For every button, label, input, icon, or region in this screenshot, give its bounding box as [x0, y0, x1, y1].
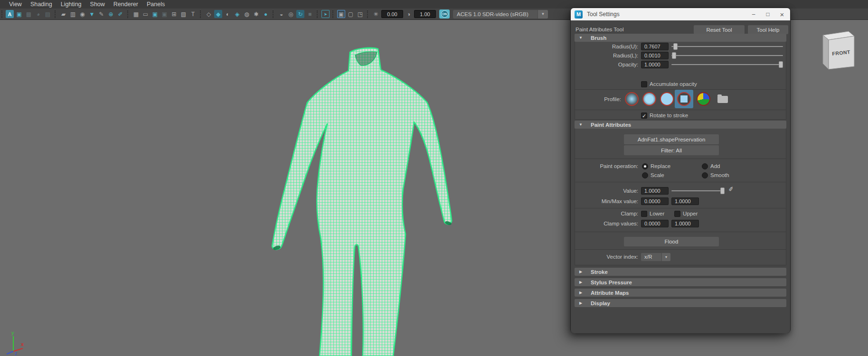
smooth-shade-mode-icon[interactable]: ◆ [214, 10, 222, 18]
default-light-icon[interactable]: ✱ [252, 10, 260, 18]
resolution-gate-icon[interactable]: ▣ [151, 10, 159, 18]
bookmark-icon[interactable]: ▼ [88, 10, 96, 18]
color-sphere-icon[interactable]: ◕ [34, 10, 42, 18]
radius-u-slider[interactable] [671, 43, 783, 50]
value-slider-handle[interactable] [720, 187, 725, 194]
menu-shading[interactable]: Shading [26, 1, 57, 8]
reset-tool-button[interactable]: Reset Tool [694, 25, 745, 34]
radius-l-slider-handle[interactable] [672, 52, 676, 59]
display-section-header[interactable]: ▶ Display [575, 299, 786, 307]
isolate-select-icon[interactable]: ➤ [321, 10, 330, 18]
motion-blur-icon[interactable]: ◎ [287, 10, 295, 18]
safe-action-icon[interactable]: ▧ [179, 10, 188, 18]
layer-stack-icon[interactable]: ▩ [25, 10, 33, 18]
scale-radio[interactable] [642, 172, 648, 178]
radius-u-slider-track[interactable] [671, 46, 783, 47]
film-gate-icon[interactable]: ▭ [142, 10, 150, 18]
paint-attributes-section-header[interactable]: ▼ Paint Attributes [575, 121, 786, 129]
brush-profile-square-icon[interactable] [677, 92, 691, 106]
toolbar-grip[interactable] [1, 10, 3, 18]
browse-profile-folder-icon[interactable] [717, 96, 728, 103]
wireframe-on-shaded-icon[interactable]: ◐ [224, 10, 232, 18]
clamp-max-field[interactable]: 1.0000 [671, 220, 699, 227]
attribute-select-button[interactable]: AdnFat1.shapePreservation [624, 134, 719, 144]
opacity-slider[interactable] [671, 61, 783, 68]
textured-mode-icon[interactable]: ◈ [233, 10, 241, 18]
clamp-min-field[interactable]: 0.0000 [641, 220, 669, 227]
close-button[interactable]: × [775, 8, 789, 20]
field-chart-icon[interactable]: ⊞ [170, 10, 178, 18]
image-stack-icon[interactable]: ▤ [44, 10, 52, 18]
menu-renderer[interactable]: Renderer [109, 1, 142, 8]
eyedropper-icon[interactable]: ✐ [728, 185, 734, 193]
minimize-button[interactable]: – [746, 8, 761, 20]
opacity-field[interactable]: 1.0000 [641, 61, 669, 68]
smooth-radio[interactable] [702, 172, 708, 178]
radius-u-field[interactable]: 0.7607 [641, 43, 669, 50]
grid-icon[interactable]: ▦ [132, 10, 140, 18]
grease-pencil-icon[interactable]: ✐ [116, 10, 124, 18]
view-transform-dropdown[interactable]: ACES 1.0 SDR-video (sRGB) ▼ [453, 10, 548, 19]
gate-mask-icon[interactable]: ▣ [160, 10, 169, 18]
brush-profile-image-icon[interactable] [697, 92, 710, 106]
brush-profile-solid-icon[interactable] [660, 92, 674, 106]
tool-settings-titlebar[interactable]: M Tool Settings – □ × [571, 8, 790, 20]
menu-lighting[interactable]: Lighting [57, 1, 86, 8]
flood-button[interactable]: Flood [624, 237, 719, 246]
brush-profile-soft-icon[interactable] [642, 92, 656, 106]
value-field[interactable]: 1.0000 [641, 187, 669, 195]
value-slider[interactable] [671, 187, 725, 195]
tool-help-button[interactable]: Tool Help [748, 25, 788, 34]
opacity-slider-track[interactable] [671, 64, 783, 65]
xray-joints-icon[interactable]: ▢ [347, 10, 355, 18]
view-cube-left-face[interactable] [823, 35, 829, 69]
contrast-icon[interactable]: ◑ [405, 10, 413, 18]
menu-view[interactable]: View [5, 1, 26, 8]
image-plane-icon[interactable]: ✎ [97, 10, 105, 18]
radius-l-slider-track[interactable] [671, 55, 783, 56]
clamp-upper-checkbox[interactable] [674, 211, 680, 217]
brush-profile-gaussian-icon[interactable] [625, 92, 639, 106]
min-value-field[interactable]: 0.0000 [641, 197, 669, 205]
maximize-button[interactable]: □ [761, 8, 775, 20]
opacity-slider-handle[interactable] [779, 61, 783, 68]
zoom-region-icon[interactable]: ⊕ [107, 10, 115, 18]
max-value-field[interactable]: 1.0000 [671, 197, 699, 205]
wireframe-mode-icon[interactable]: ◇ [205, 10, 213, 18]
brush-section-header[interactable]: ▼ Brush [575, 34, 786, 42]
rotate-to-stroke-checkbox[interactable]: ✓ [641, 112, 647, 119]
attribute-maps-section-header[interactable]: ▶ Attribute Maps [575, 289, 786, 297]
exposure-field[interactable]: 0.00 [381, 10, 403, 18]
anti-alias-icon[interactable]: ↻ [296, 10, 304, 18]
vector-index-dropdown[interactable]: x/R [641, 253, 661, 261]
value-slider-track[interactable] [671, 190, 725, 191]
frame-icon[interactable]: ▣ [15, 10, 23, 18]
radius-u-slider-handle[interactable] [673, 43, 678, 50]
camera-icon[interactable]: ▰ [59, 10, 67, 18]
replace-radio[interactable] [642, 163, 648, 169]
box-arrow-icon[interactable]: ◳ [356, 10, 364, 18]
occlusion-icon[interactable]: ◒ [277, 10, 285, 18]
filter-button[interactable]: Filter: All [624, 145, 719, 155]
use-all-lights-icon[interactable]: ◍ [243, 10, 251, 18]
menu-panels[interactable]: Panels [142, 1, 169, 8]
stroke-section-header[interactable]: ▶ Stroke [575, 268, 786, 276]
radius-l-slider[interactable] [671, 52, 783, 59]
a-badge-icon[interactable]: A [6, 10, 14, 18]
view-cube[interactable]: FRONT [819, 29, 859, 72]
safe-title-icon[interactable]: T [189, 10, 197, 18]
gamma-on-button[interactable]: ON [439, 9, 450, 19]
menu-show[interactable]: Show [86, 1, 109, 8]
stylus-pressure-section-header[interactable]: ▶ Stylus Pressure [575, 278, 786, 286]
camera-lock-icon[interactable]: ▥ [69, 10, 77, 18]
clamp-lower-checkbox[interactable] [641, 211, 647, 217]
exposure-icon[interactable]: ✳ [372, 10, 380, 18]
camera-attributes-icon[interactable]: ◉ [78, 10, 86, 18]
xray-icon[interactable]: ▣ [337, 10, 345, 18]
radius-l-field[interactable]: 0.0010 [641, 52, 669, 59]
shadows-icon[interactable]: ● [262, 10, 270, 18]
chevron-down-icon[interactable]: ▼ [661, 253, 670, 261]
add-radio[interactable] [702, 163, 708, 169]
contrast-field[interactable]: 1.00 [414, 10, 436, 18]
depth-peel-icon[interactable]: ■ [306, 10, 314, 18]
